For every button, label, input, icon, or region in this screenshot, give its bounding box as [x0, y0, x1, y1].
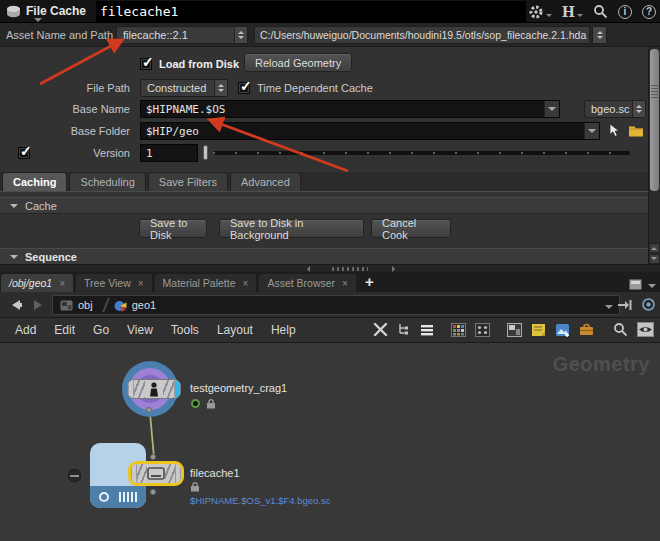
asset-path-spinner[interactable] [592, 26, 607, 44]
path-history-caret-icon[interactable] [605, 305, 613, 313]
parameter-hscrollbar[interactable] [0, 264, 660, 272]
info-icon[interactable]: i [618, 5, 632, 19]
tab-advanced[interactable]: Advanced [230, 172, 301, 191]
gear-dropdown-icon[interactable] [546, 14, 552, 20]
collapse-minus-badge[interactable] [66, 467, 83, 484]
cache-section-header[interactable]: Cache [0, 197, 648, 214]
version-field[interactable] [140, 144, 198, 162]
version-slider-handle[interactable] [203, 145, 208, 160]
file-path-mode-dropdown[interactable]: Constructed [140, 79, 228, 97]
extension-dropdown[interactable]: bgeo.sc [584, 100, 646, 118]
collapse-icon[interactable] [10, 204, 18, 212]
pane-layout-icon[interactable] [629, 279, 642, 290]
network-path-field[interactable]: obj geo1 [52, 295, 620, 315]
scrollbar-thumb[interactable] [650, 49, 659, 191]
menu-layout[interactable]: Layout [208, 323, 262, 337]
base-name-field[interactable] [140, 100, 560, 118]
new-tab-button[interactable]: + [359, 273, 380, 292]
asset-path-spinner-arrows[interactable] [593, 27, 606, 43]
scroll-down-button[interactable] [649, 254, 660, 264]
asset-name-value: filecache::2.1 [117, 29, 234, 41]
visibility-eye-icon[interactable] [637, 322, 654, 337]
sequence-section-header[interactable]: Sequence [0, 248, 648, 265]
tab-scheduling[interactable]: Scheduling [69, 172, 145, 191]
filecache-output-connector[interactable] [150, 489, 156, 495]
toolbox-icon[interactable] [579, 323, 594, 336]
tab-save-filters[interactable]: Save Filters [148, 172, 228, 191]
base-folder-input[interactable] [141, 125, 584, 138]
cancel-cook-button[interactable]: Cancel Cook [371, 219, 451, 238]
hscroll-grip-icon[interactable] [332, 267, 368, 271]
display-flag[interactable] [174, 380, 180, 398]
crag-output-connector[interactable] [146, 407, 152, 413]
close-icon[interactable]: × [138, 278, 144, 289]
close-icon[interactable]: × [59, 278, 65, 289]
pick-path-cursor-icon[interactable] [608, 123, 620, 138]
asset-name-dropdown[interactable]: filecache::2.1 [116, 26, 248, 44]
node-testgeometry-crag1[interactable] [127, 379, 181, 399]
pane-tab-asset-browser[interactable]: Asset Browser × [259, 274, 356, 292]
menu-help[interactable]: Help [262, 323, 305, 337]
base-name-input[interactable] [141, 103, 544, 116]
image-plus-icon[interactable] [555, 323, 570, 337]
version-input[interactable] [141, 147, 197, 160]
tools-wrench-icon[interactable] [373, 322, 388, 337]
houdini-window: File Cache H i ? Asset Name and Path fil… [0, 0, 660, 541]
notes-icon[interactable] [531, 323, 546, 337]
load-from-disk-checkbox[interactable]: ✓ [140, 58, 152, 70]
time-dependent-label: Time Dependent Cache [257, 82, 373, 94]
houdini-logo-icon[interactable]: H [562, 4, 575, 20]
save-to-disk-background-button[interactable]: Save to Disk in Background [219, 219, 364, 238]
file-path-spinner[interactable] [214, 80, 227, 96]
gear-icon[interactable] [528, 4, 544, 20]
pane-tab-tree-view[interactable]: Tree View × [76, 274, 152, 292]
forward-icon[interactable] [31, 298, 46, 312]
scroll-up-button[interactable] [649, 243, 660, 253]
folder-browse-icon[interactable] [628, 124, 644, 137]
base-folder-row: Base Folder [0, 122, 648, 140]
list-view-icon[interactable] [420, 323, 434, 337]
breadcrumb-geo1[interactable]: geo1 [107, 299, 163, 312]
shape-grid-icon[interactable] [475, 323, 490, 337]
collapse-icon[interactable] [10, 255, 18, 263]
asset-name-spinner[interactable] [234, 27, 247, 43]
time-dependent-checkbox[interactable]: ✓ [238, 82, 250, 94]
houdini-dropdown-icon[interactable] [577, 14, 583, 20]
back-icon[interactable] [8, 298, 23, 312]
asset-path-field[interactable]: C:/Users/huweiguo/Documents/houdini19.5/… [254, 26, 590, 44]
color-palette-icon[interactable] [451, 323, 466, 337]
desktop-panes-icon[interactable] [507, 323, 522, 337]
extension-spinner[interactable] [632, 101, 645, 117]
menu-go[interactable]: Go [84, 323, 118, 337]
pane-tab-obj-geo1[interactable]: /obj/geo1 × [1, 274, 73, 292]
menu-view[interactable]: View [118, 323, 162, 337]
save-to-disk-button[interactable]: Save to Disk [139, 219, 207, 238]
node-name-input[interactable] [96, 1, 526, 22]
close-icon[interactable]: × [342, 278, 348, 289]
pin-icon[interactable] [617, 298, 633, 312]
node-filecache1-selected[interactable] [128, 461, 184, 486]
help-icon[interactable]: ? [642, 5, 656, 19]
base-folder-field[interactable] [140, 122, 600, 140]
base-name-menu-icon[interactable] [544, 101, 559, 117]
filecache-input-connector[interactable] [150, 454, 156, 460]
parameter-scrollbar[interactable] [648, 47, 660, 264]
search-icon[interactable] [593, 4, 608, 19]
pane-tab-material-palette[interactable]: Material Palette × [155, 274, 257, 292]
menu-tools[interactable]: Tools [162, 323, 208, 337]
menu-edit[interactable]: Edit [45, 323, 84, 337]
follow-target-icon[interactable] [641, 297, 656, 312]
reload-geometry-button[interactable]: Reload Geometry [244, 53, 352, 72]
tree-hierarchy-icon[interactable] [397, 322, 411, 337]
menu-add[interactable]: Add [6, 323, 45, 337]
close-icon[interactable]: × [243, 278, 249, 289]
load-from-disk-label: Load from Disk [159, 58, 239, 70]
display-flag[interactable] [175, 464, 181, 483]
pane-tabbar: /obj/geo1 × Tree View × Material Palette… [0, 272, 660, 292]
search-icon[interactable] [613, 322, 628, 337]
network-editor[interactable]: Geometry testgeometry_crag1 [0, 343, 660, 541]
breadcrumb-obj[interactable]: obj [53, 299, 100, 312]
base-folder-menu-icon[interactable] [584, 123, 599, 139]
pane-menu-caret-icon[interactable] [648, 284, 656, 292]
tab-caching[interactable]: Caching [2, 172, 67, 191]
